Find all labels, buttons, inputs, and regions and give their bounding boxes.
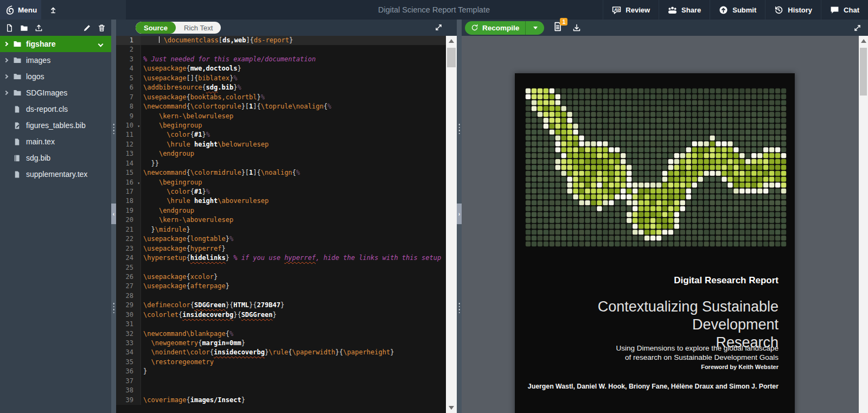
file-tree-resizer[interactable]: ‹: [111, 20, 116, 413]
code-line-17[interactable]: 17 \color{#1}%: [116, 187, 446, 196]
file-tree-item-sdg.bib[interactable]: sdg.bib: [0, 150, 111, 166]
code-line-39[interactable]: 39\coverimage{images/Insect}: [116, 396, 446, 405]
resizer-grip[interactable]: [113, 124, 114, 134]
code-line-2[interactable]: 2: [116, 45, 446, 54]
pdf-fullscreen-icon[interactable]: [853, 24, 861, 32]
code-line-26[interactable]: 26\usepackage{xcolor}: [116, 272, 446, 282]
code-line-34[interactable]: 34 \noindent\color{insidecoverbg}\rule{\…: [116, 348, 446, 357]
fold-caret-icon[interactable]: ▾: [137, 122, 140, 131]
editor-fullscreen-icon[interactable]: [435, 23, 443, 31]
delete-icon[interactable]: [98, 24, 106, 32]
code-line-6[interactable]: 6\addbibresource{sdg.bib}%: [116, 83, 446, 92]
line-number: 37: [116, 377, 141, 386]
code-line-3[interactable]: 3% Just needed for this example/document…: [116, 55, 446, 64]
topbar-share-button[interactable]: Share: [659, 0, 710, 20]
code-line-8[interactable]: 8\newcommand{\colortoprule}[1]{\toprule\…: [116, 102, 446, 111]
code-line-9[interactable]: 9 \kern-\belowrulesep: [116, 112, 446, 121]
code-line-4[interactable]: 4\usepackage{mwe,doctools}: [116, 64, 446, 73]
scroll-down-icon[interactable]: [449, 406, 454, 410]
code-line-7[interactable]: 7\usepackage{booktabs,colortbl}%: [116, 93, 446, 102]
code-line-22[interactable]: 22\usepackage{longtable}%: [116, 234, 446, 244]
pdf-scrollbar-thumb[interactable]: [860, 48, 867, 96]
file-tree-list: figshareimageslogosSDGImagesds-report.cl…: [0, 36, 111, 413]
file-tree-item-figshare[interactable]: figshare: [0, 36, 111, 52]
file-tree-item-ds-report.cls[interactable]: ds-report.cls: [0, 101, 111, 117]
file-tree-item-figures_tables.bib[interactable]: figures_tables.bib: [0, 117, 111, 134]
code-line-15[interactable]: 15\newcommand{\colormidrule}[1]{\noalign…: [116, 168, 446, 177]
topbar-submit-button[interactable]: Submit: [710, 0, 765, 20]
topbar-history-button[interactable]: History: [765, 0, 821, 20]
code-line-5[interactable]: 5\usepackage[]{biblatex}%: [116, 74, 446, 83]
code-line-14[interactable]: 14 }}: [116, 159, 446, 168]
expand-chevron-icon[interactable]: [4, 75, 12, 78]
code-line-33[interactable]: 33 \newgeometry{margin=0mm}: [116, 339, 446, 348]
upload-project-icon[interactable]: [49, 5, 58, 14]
code-line-20[interactable]: 20 \kern-\aboverulesep: [116, 215, 446, 225]
code-line-25[interactable]: 25: [116, 263, 446, 272]
code-line-27[interactable]: 27\usepackage{afterpage}: [116, 282, 446, 291]
code-line-13[interactable]: 13 \endgroup: [116, 149, 446, 158]
line-number: 29: [116, 301, 141, 310]
code-line-31[interactable]: 31: [116, 320, 446, 329]
pdf-viewport[interactable]: Digital Research Report Contextualizing …: [462, 36, 868, 413]
code-line-28[interactable]: 28: [116, 291, 446, 301]
topbar-review-button[interactable]: AbReview: [603, 0, 659, 20]
line-number: 27: [116, 282, 141, 291]
upload-file-icon[interactable]: [35, 24, 43, 32]
pdf-scrollbar[interactable]: [859, 36, 868, 413]
code-line-32[interactable]: 32\newcommand\blankpage{%: [116, 329, 446, 339]
code-line-19[interactable]: 19 \endgroup: [116, 206, 446, 215]
code-line-38[interactable]: 38: [116, 386, 446, 395]
fold-caret-icon[interactable]: ▾: [137, 179, 140, 188]
file-tree-item-main.tex[interactable]: main.tex: [0, 134, 111, 150]
code-line-text: \color{#1}%: [141, 130, 210, 139]
resizer-grip[interactable]: [113, 303, 114, 313]
menu-button[interactable]: Menu: [0, 0, 41, 20]
new-folder-icon[interactable]: [20, 24, 28, 32]
code-line-12[interactable]: 12 \hrule height\belowrulesep: [116, 140, 446, 149]
resizer-grip[interactable]: [458, 124, 460, 134]
expand-chevron-icon[interactable]: [4, 59, 12, 62]
recompile-button[interactable]: Recompile: [465, 21, 544, 35]
editor-scrollbar-thumb[interactable]: [447, 48, 456, 67]
collapse-file-tree-button[interactable]: ‹: [111, 204, 116, 224]
expand-chevron-icon[interactable]: [4, 91, 12, 94]
code-line-23[interactable]: 23\usepackage{hyperref}: [116, 244, 446, 253]
resizer-grip[interactable]: [458, 303, 460, 313]
file-tree-item-supplementary.tex[interactable]: supplementary.tex: [0, 166, 111, 182]
code-line-11[interactable]: 11 \color{#1}%: [116, 130, 446, 139]
editor-scrollbar[interactable]: [446, 36, 457, 413]
code-line-29[interactable]: 29\definecolor{SDGGreen}{HTML}{279B47}: [116, 301, 446, 310]
code-line-30[interactable]: 30\colorlet{insidecoverbg}{SDGGreen}: [116, 310, 446, 320]
tab-rich-text[interactable]: Rich Text: [176, 22, 221, 34]
file-tree-item-images[interactable]: images: [0, 52, 111, 68]
code-line-36[interactable]: 36}: [116, 367, 446, 376]
code-line-10[interactable]: 10▾ \begingroup: [116, 121, 446, 130]
code-line-text: \begingroup: [141, 121, 202, 130]
file-tree-item-SDGImages[interactable]: SDGImages: [0, 85, 111, 101]
rename-icon[interactable]: [83, 24, 91, 32]
recompile-dropdown-caret[interactable]: [533, 27, 538, 29]
logs-button[interactable]: 1: [553, 22, 563, 34]
expand-chevron-icon[interactable]: [4, 42, 12, 46]
code-line-21[interactable]: 21 }\midrule}: [116, 225, 446, 234]
code-line-18[interactable]: 18 \hrule height\aboverulesep: [116, 196, 446, 206]
new-file-icon[interactable]: [5, 24, 14, 32]
scroll-up-icon[interactable]: [449, 39, 454, 43]
tab-source[interactable]: Source: [136, 22, 176, 34]
code-line-text: \noindent\color{insidecoverbg}\rule{\pap…: [141, 348, 394, 357]
pdf-resizer[interactable]: ›: [457, 20, 462, 413]
download-pdf-icon[interactable]: [572, 23, 581, 32]
code-line-16[interactable]: 16▾ \begingroup: [116, 178, 446, 187]
code-line-35[interactable]: 35 \restoregeometry: [116, 358, 446, 367]
code-line-24[interactable]: 24\hypersetup{hidelinks} % if you use hy…: [116, 253, 446, 263]
code-line-text: [141, 45, 143, 54]
code-line-1[interactable]: 1 \documentclass[ds,web]{ds-report}: [116, 36, 446, 45]
collapse-editor-button[interactable]: ›: [457, 204, 462, 224]
collapse-chevron-icon[interactable]: [98, 41, 104, 47]
scroll-up-icon[interactable]: [861, 39, 866, 43]
file-tree-item-logos[interactable]: logos: [0, 68, 111, 85]
code-line-37[interactable]: 37: [116, 377, 446, 386]
topbar-chat-button[interactable]: Chat: [821, 0, 868, 20]
code-editor[interactable]: 1 \documentclass[ds,web]{ds-report}23% J…: [116, 36, 457, 413]
